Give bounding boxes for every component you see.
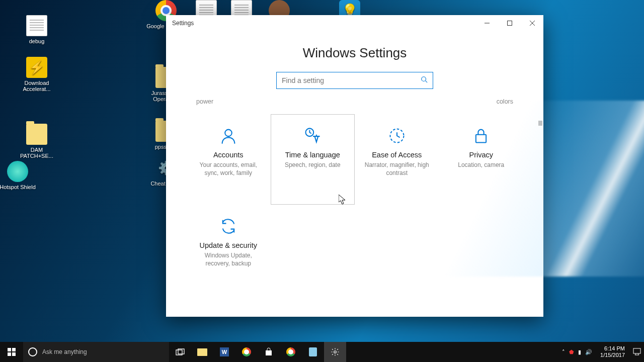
taskbar-app-word[interactable]: W xyxy=(213,342,235,362)
taskbar-app-settings[interactable] xyxy=(324,342,346,362)
taskbar-search[interactable]: Ask me anything xyxy=(23,342,169,362)
cortana-icon xyxy=(28,347,37,356)
search-icon xyxy=(421,76,428,85)
settings-tiles: Accounts Your accounts, email, sync, wor… xyxy=(186,114,523,295)
tile-name: Privacy xyxy=(469,151,493,159)
tile-privacy[interactable]: Privacy Location, camera xyxy=(439,114,524,205)
system-tray[interactable]: ˄ ⬟ ▮ 🔊 6:14 PM 1/15/2017 xyxy=(559,345,644,358)
tile-update-security[interactable]: Update & security Windows Update, recove… xyxy=(186,205,271,295)
svg-point-1 xyxy=(422,77,426,81)
sync-icon xyxy=(219,217,237,235)
svg-rect-8 xyxy=(8,352,11,356)
desktop-icon-hotspot[interactable]: Hotspot Shield xyxy=(0,161,38,190)
start-button[interactable] xyxy=(0,342,23,362)
desktop-icon-label: Hotspot Shield xyxy=(0,184,38,190)
taskbar-search-placeholder: Ask me anything xyxy=(42,348,87,355)
tile-time-language[interactable]: Time & language Speech, region, date xyxy=(271,114,355,205)
clock-time: 6:14 PM xyxy=(600,345,625,352)
tile-ease-of-access[interactable]: Ease of Access Narrator, magnifier, high… xyxy=(355,114,439,205)
text-file-icon xyxy=(26,15,47,36)
settings-body: Windows Settings power colors Accounts Y… xyxy=(166,31,543,317)
tile-name: Accounts xyxy=(213,151,244,159)
svg-point-12 xyxy=(334,351,337,353)
desktop-icon-download-accel[interactable]: ⚡ Download Accelerat... xyxy=(17,57,57,92)
page-title: Windows Settings xyxy=(166,45,543,61)
taskbar-app-store[interactable] xyxy=(258,342,280,362)
window-title: Settings xyxy=(172,20,194,27)
svg-rect-9 xyxy=(12,352,16,356)
taskbar: Ask me anything W ˄ ⬟ ▮ 🔊 6:14 PM 1/15/2… xyxy=(0,342,644,362)
action-center-icon[interactable] xyxy=(633,347,641,356)
tile-accounts[interactable]: Accounts Your accounts, email, sync, wor… xyxy=(186,114,271,205)
lock-icon xyxy=(472,127,490,145)
desktop-icon-debug[interactable]: debug xyxy=(17,15,57,44)
tile-desc: Your accounts, email, sync, work, family xyxy=(193,161,264,177)
suggestions-row: power colors xyxy=(196,98,513,105)
hint-left[interactable]: power xyxy=(196,98,213,105)
tile-name: Ease of Access xyxy=(372,151,422,159)
tile-desc: Windows Update, recovery, backup xyxy=(193,251,264,267)
taskbar-app-chrome[interactable] xyxy=(235,342,258,362)
taskbar-app-generic[interactable] xyxy=(302,342,324,362)
ease-of-access-icon xyxy=(388,127,406,145)
svg-rect-7 xyxy=(12,348,16,351)
search-input[interactable] xyxy=(282,76,421,84)
person-icon xyxy=(219,127,237,145)
tray-network-icon[interactable]: ▮ xyxy=(578,349,581,355)
svg-rect-6 xyxy=(8,348,11,351)
folder-icon xyxy=(26,124,47,145)
window-close-button[interactable] xyxy=(521,15,543,31)
taskbar-app-explorer[interactable] xyxy=(191,342,213,362)
hint-right[interactable]: colors xyxy=(497,98,513,105)
desktop-icon-label: debug xyxy=(17,38,57,44)
taskbar-app-chrome2[interactable] xyxy=(280,342,302,362)
app-icon xyxy=(7,161,28,182)
window-maximize-button[interactable] xyxy=(498,15,521,31)
svg-rect-5 xyxy=(476,135,486,143)
settings-search[interactable] xyxy=(276,72,433,89)
desktop-icon-dam-patch[interactable]: DAM PATCH+SE... xyxy=(17,120,57,159)
svg-rect-0 xyxy=(507,21,512,26)
scrollbar[interactable] xyxy=(538,121,542,126)
tile-desc: Speech, region, date xyxy=(285,161,341,169)
clock-date: 1/15/2017 xyxy=(600,352,625,358)
settings-window: Settings Windows Settings power colors xyxy=(166,15,543,317)
tile-name: Update & security xyxy=(200,241,257,249)
tile-desc: Location, camera xyxy=(458,161,504,169)
svg-point-2 xyxy=(225,130,232,137)
tray-shield-icon[interactable]: ⬟ xyxy=(569,349,574,355)
tray-volume-icon[interactable]: 🔊 xyxy=(585,349,592,355)
taskbar-clock[interactable]: 6:14 PM 1/15/2017 xyxy=(596,345,629,358)
app-icon: ⚡ xyxy=(26,57,47,78)
svg-rect-13 xyxy=(633,348,640,353)
task-view-button[interactable] xyxy=(169,342,191,362)
desktop[interactable]: debug ⚡ Download Accelerat... DAM PATCH+… xyxy=(0,0,644,362)
window-minimize-button[interactable] xyxy=(475,15,498,31)
desktop-icon-label: DAM PATCH+SE... xyxy=(17,147,57,159)
tray-chevron-up-icon[interactable]: ˄ xyxy=(562,349,565,355)
tile-name: Time & language xyxy=(285,151,340,159)
window-titlebar[interactable]: Settings xyxy=(166,15,543,31)
desktop-icon-label: Download Accelerat... xyxy=(17,80,57,92)
tile-desc: Narrator, magnifier, high contrast xyxy=(361,161,433,177)
time-language-icon xyxy=(303,127,321,145)
